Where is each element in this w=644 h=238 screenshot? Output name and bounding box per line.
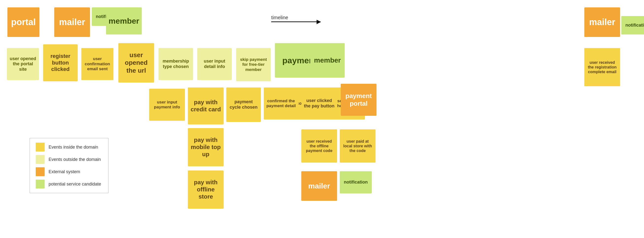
legend-label-orange: External system (48, 169, 80, 174)
user-received-offline-sticky: user received the offline payment code (301, 129, 337, 163)
notification-sticky-right: notification (621, 16, 644, 34)
register-button-clicked-sticky: register button clicked (43, 44, 78, 81)
mailer-actor-top: mailer (54, 7, 90, 37)
legend-label-light-green: potential service candidate (48, 182, 101, 187)
user-received-registration-sticky: user received the registration complete … (584, 48, 620, 86)
legend-item-yellow: Events inside the domain (36, 143, 102, 152)
pay-with-offline-store-sticky: pay with offline store (188, 171, 224, 209)
pay-with-credit-card-sticky: pay with credit card (188, 87, 224, 124)
timeline-arrow: timeline (271, 15, 320, 22)
pay-with-mobile-top-up-sticky: pay with mobile top up (188, 128, 224, 166)
legend-box-light-yellow (36, 155, 45, 164)
payment-cycle-chosen-sticky: payment cycle chosen (226, 87, 261, 122)
user-input-payment-info-sticky: user input payment info (149, 89, 185, 121)
payment-portal-sticky: payment portal (341, 84, 376, 116)
legend-label-light-yellow: Events outside the domain (48, 157, 101, 162)
mailer-bottom-sticky: mailer (301, 171, 337, 201)
user-input-detail-info-sticky: user input detail info (197, 48, 232, 80)
legend-item-light-green: potential service candidate (36, 180, 102, 189)
legend-box-yellow (36, 143, 45, 152)
notification-bottom-sticky: notification (340, 171, 372, 193)
user-clicked-pay-sticky: user clicked the pay button (301, 87, 337, 119)
member-bottom-sticky: member (310, 43, 345, 78)
timeline-line (271, 21, 320, 22)
legend-item-orange: External system (36, 167, 102, 176)
mailer-actor-right: mailer (584, 7, 620, 37)
legend-box-light-green (36, 180, 45, 189)
confirmed-payment-detail-sticky: confirmed the payment detail (264, 87, 298, 119)
skip-payment-sticky: skip payment for free-tier member (236, 48, 271, 81)
legend-item-light-yellow: Events outside the domain (36, 155, 102, 164)
user-paid-local-sticky: user paid at local store with the code (340, 129, 376, 163)
membership-type-chosen-sticky: membership type chosen (158, 48, 193, 80)
user-confirmation-email-sticky: user confirmation email sent (81, 48, 114, 80)
legend: Events inside the domain Events outside … (30, 138, 108, 193)
portal-actor: portal (8, 7, 40, 37)
user-opened-url-sticky: user opened the url (118, 43, 154, 82)
timeline-label: timeline (271, 15, 288, 20)
member-actor-top: member (106, 7, 142, 34)
user-opened-portal-sticky: user opened the portal site (7, 48, 39, 80)
legend-label-yellow: Events inside the domain (48, 145, 98, 150)
legend-box-orange (36, 167, 45, 176)
